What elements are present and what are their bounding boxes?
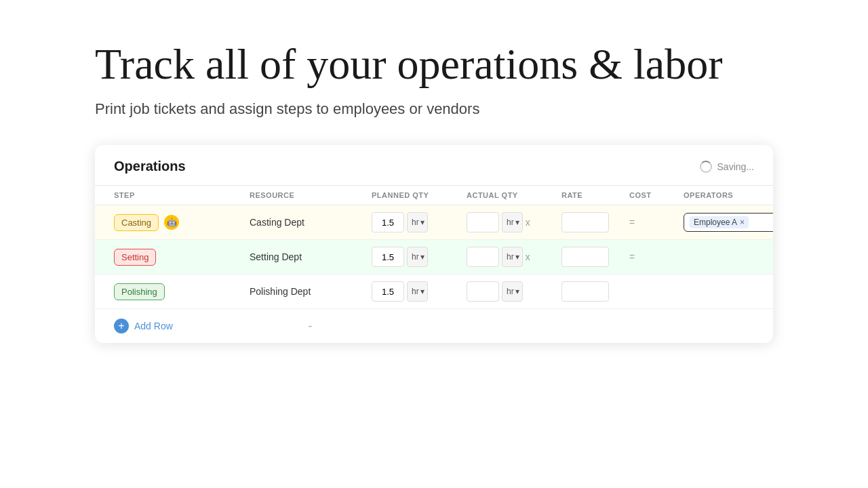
planned-qty-casting: hr ▾ xyxy=(372,212,467,232)
col-rate: RATE xyxy=(561,191,629,199)
hero-title: Track all of your operations & labor xyxy=(95,41,773,88)
operator-select-casting[interactable]: Employee A × ▾ xyxy=(684,213,773,232)
employee-tag: Employee A × xyxy=(690,216,749,228)
rate-polishing xyxy=(561,281,629,302)
saving-indicator: Saving... xyxy=(700,161,754,173)
equals-casting: = xyxy=(629,217,684,228)
planned-qty-setting: hr ▾ xyxy=(372,247,467,267)
step-cell-setting: Setting xyxy=(114,249,250,266)
actual-qty-polishing: hr ▾ xyxy=(467,281,561,302)
actual-qty-input-polishing[interactable] xyxy=(467,281,499,302)
saving-label: Saving... xyxy=(717,161,754,172)
resource-polishing: Polishing Dept xyxy=(250,286,372,297)
actual-unit-setting[interactable]: hr ▾ xyxy=(502,247,523,267)
step-badge-casting[interactable]: Casting xyxy=(114,214,159,231)
planned-qty-input-casting[interactable] xyxy=(372,212,404,232)
add-row-icon: + xyxy=(114,319,129,333)
step-badge-polishing[interactable]: Polishing xyxy=(114,283,165,300)
planned-unit-casting[interactable]: hr ▾ xyxy=(407,212,428,232)
robot-icon: 🤖 xyxy=(164,215,179,230)
col-actual-qty: ACTUAL QTY xyxy=(467,191,561,199)
card-title: Operations xyxy=(114,159,186,174)
actual-qty-casting: hr ▾ x xyxy=(467,212,561,232)
actual-unit-polishing[interactable]: hr ▾ xyxy=(502,281,523,302)
rate-input-setting[interactable] xyxy=(561,247,609,267)
card-header: Operations Saving... xyxy=(95,145,773,186)
rate-input-polishing[interactable] xyxy=(561,281,609,302)
rate-setting xyxy=(561,247,629,267)
actual-unit-casting[interactable]: hr ▾ xyxy=(502,212,523,232)
step-cell-casting: Casting 🤖 xyxy=(114,214,250,231)
planned-qty-input-polishing[interactable] xyxy=(372,281,404,302)
table-row: Polishing Polishing Dept hr ▾ hr ▾ Matte… xyxy=(95,274,773,309)
remove-employee-icon[interactable]: × xyxy=(740,218,745,226)
add-row-label: Add Row xyxy=(134,321,173,331)
resource-setting: Setting Dept xyxy=(250,251,372,262)
col-cost: COST xyxy=(629,191,684,199)
saving-spinner-icon xyxy=(700,161,712,173)
planned-unit-polishing[interactable]: hr ▾ xyxy=(407,281,428,302)
planned-unit-setting[interactable]: hr ▾ xyxy=(407,247,428,267)
planned-qty-polishing: hr ▾ xyxy=(372,281,467,302)
equals-setting: = xyxy=(629,251,684,262)
dash-placeholder: - xyxy=(309,320,312,332)
operations-card: Operations Saving... STEP RESOURCE PLANN… xyxy=(95,145,773,343)
actual-qty-input-setting[interactable] xyxy=(467,247,499,267)
step-cell-polishing: Polishing xyxy=(114,283,250,300)
actual-qty-input-casting[interactable] xyxy=(467,212,499,232)
rate-input-casting[interactable] xyxy=(561,212,609,232)
hero-subtitle: Print job tickets and assign steps to em… xyxy=(95,100,773,118)
table-row: Casting 🤖 Casting Dept hr ▾ hr ▾ x = Emp… xyxy=(95,205,773,240)
step-badge-setting[interactable]: Setting xyxy=(114,249,156,266)
resource-casting: Casting Dept xyxy=(250,217,372,228)
table-row: Setting Setting Dept hr ▾ hr ▾ x = Claw … xyxy=(95,240,773,274)
add-row-section: + Add Row - xyxy=(95,309,773,343)
rate-casting xyxy=(561,212,629,232)
multiply-setting: x xyxy=(526,251,530,262)
planned-qty-input-setting[interactable] xyxy=(372,247,404,267)
col-step: STEP xyxy=(114,191,250,199)
col-operators: OPERATORS xyxy=(684,191,773,199)
multiply-casting: x xyxy=(526,217,530,228)
employee-name: Employee A xyxy=(694,218,737,227)
table-header: STEP RESOURCE PLANNED QTY ACTUAL QTY RAT… xyxy=(95,186,773,205)
col-planned-qty: PLANNED QTY xyxy=(372,191,467,199)
add-row-button[interactable]: + Add Row xyxy=(114,319,173,333)
actual-qty-setting: hr ▾ x xyxy=(467,247,561,267)
hero-section: Track all of your operations & labor Pri… xyxy=(0,0,868,145)
col-resource: RESOURCE xyxy=(250,191,372,199)
